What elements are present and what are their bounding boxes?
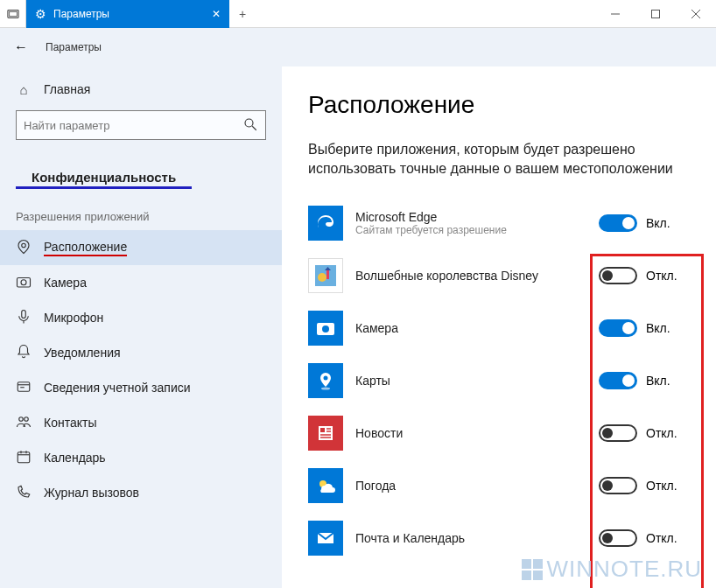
toggle-switch[interactable] <box>599 529 637 547</box>
account-icon <box>16 379 32 397</box>
app-name: Карты <box>355 374 586 388</box>
toggle-state-label: Откл. <box>646 531 677 545</box>
page-subtitle: Выберите приложения, которым будет разре… <box>308 140 684 179</box>
sidebar-item-label: Расположение <box>44 240 266 256</box>
back-button[interactable]: ← <box>14 39 28 55</box>
sidebar-item-label: Календарь <box>44 451 266 465</box>
toggle-switch[interactable] <box>599 214 637 232</box>
sidebar: ⌂ Главная Конфиденциальность Разрешения … <box>0 66 282 588</box>
mic-icon <box>16 309 32 327</box>
search-box[interactable] <box>16 110 266 140</box>
svg-point-16 <box>25 416 29 421</box>
toggle-state-label: Откл. <box>646 426 677 440</box>
svg-point-15 <box>19 416 24 421</box>
sidebar-item-label: Камера <box>44 276 266 290</box>
main-panel: Расположение Выберите приложения, которы… <box>282 66 716 588</box>
sidebar-item-label: Сведения учетной записи <box>44 381 266 395</box>
sidebar-item-calllog[interactable]: Журнал вызовов <box>0 475 282 510</box>
svg-rect-30 <box>320 428 325 432</box>
task-view-button[interactable] <box>0 0 26 27</box>
calllog-icon <box>16 484 32 502</box>
app-row: Новости Откл. <box>308 407 690 459</box>
svg-rect-17 <box>18 452 30 462</box>
minimize-button[interactable] <box>595 0 635 27</box>
app-name: Новости <box>355 426 586 440</box>
svg-point-22 <box>318 273 326 282</box>
app-row: Карты Вкл. <box>308 354 690 407</box>
sidebar-item-account[interactable]: Сведения учетной записи <box>0 370 282 405</box>
header: ← Параметры <box>0 28 716 66</box>
maps-icon <box>308 363 343 398</box>
app-name: Камера <box>355 321 586 335</box>
camera-app-icon <box>308 311 343 346</box>
section-title-privacy: Конфиденциальность <box>16 159 192 189</box>
titlebar: ⚙ Параметры ✕ + <box>0 0 716 28</box>
contacts-icon <box>16 414 32 432</box>
toggle-state-label: Откл. <box>646 479 677 493</box>
svg-rect-1 <box>9 11 17 16</box>
svg-rect-12 <box>18 382 30 391</box>
news-icon <box>308 416 343 451</box>
sidebar-item-label: Уведомления <box>44 346 266 360</box>
sidebar-item-camera[interactable]: Камера <box>0 265 282 300</box>
svg-rect-9 <box>18 277 31 287</box>
app-list: Microsoft Edge Сайтам требуется разрешен… <box>308 197 690 564</box>
toggle-switch[interactable] <box>599 424 637 442</box>
sidebar-item-bell[interactable]: Уведомления <box>0 335 282 370</box>
toggle-state-label: Вкл. <box>646 321 670 335</box>
location-icon <box>16 239 32 257</box>
disney-icon <box>308 258 343 293</box>
tab-settings[interactable]: ⚙ Параметры ✕ <box>26 0 229 28</box>
app-row: Погода Откл. <box>308 459 690 512</box>
svg-point-27 <box>324 375 328 380</box>
app-row: Волшебные королевства Disney Откл. <box>308 249 690 302</box>
app-name: Волшебные королевства Disney <box>355 269 586 283</box>
app-name: Почта и Календарь <box>355 531 586 545</box>
app-row: Камера Вкл. <box>308 302 690 354</box>
breadcrumb: Параметры <box>46 41 102 53</box>
sidebar-item-location[interactable]: Расположение <box>0 230 282 265</box>
svg-point-6 <box>245 119 253 127</box>
toggle-state-label: Вкл. <box>646 374 670 388</box>
sidebar-item-home[interactable]: ⌂ Главная <box>0 72 282 107</box>
svg-rect-11 <box>22 310 26 318</box>
toggle-switch[interactable] <box>599 372 637 389</box>
edge-icon <box>308 206 343 241</box>
sidebar-item-contacts[interactable]: Контакты <box>0 405 282 440</box>
weather-icon <box>308 468 343 503</box>
sidebar-item-label: Журнал вызовов <box>44 486 266 500</box>
sidebar-item-label: Главная <box>44 82 266 96</box>
svg-point-28 <box>321 387 330 389</box>
sidebar-item-mic[interactable]: Микрофон <box>0 300 282 335</box>
close-button[interactable] <box>676 0 716 27</box>
app-row: Почта и Календарь Откл. <box>308 512 690 564</box>
app-row: Microsoft Edge Сайтам требуется разрешен… <box>308 197 690 249</box>
camera-icon <box>16 274 32 292</box>
new-tab-button[interactable]: + <box>229 0 256 27</box>
app-subtitle: Сайтам требуется разрешение <box>355 224 586 236</box>
page-title: Расположение <box>308 91 690 119</box>
tab-close-button[interactable]: ✕ <box>212 8 221 20</box>
app-name: Погода <box>355 479 586 493</box>
svg-rect-3 <box>652 10 660 18</box>
toggle-state-label: Вкл. <box>646 216 670 230</box>
toggle-state-label: Откл. <box>646 269 677 283</box>
sidebar-item-label: Микрофон <box>44 311 266 325</box>
gear-icon: ⚙ <box>35 7 46 21</box>
toggle-switch[interactable] <box>599 477 637 494</box>
group-title-app-permissions: Разрешения приложений <box>0 189 282 230</box>
tab-label: Параметры <box>53 8 205 20</box>
search-icon <box>242 116 258 135</box>
bell-icon <box>16 344 32 362</box>
svg-line-7 <box>252 126 256 130</box>
sidebar-item-calendar[interactable]: Календарь <box>0 440 282 475</box>
toggle-switch[interactable] <box>599 267 637 284</box>
svg-point-10 <box>21 279 26 284</box>
search-input[interactable] <box>24 119 242 132</box>
svg-point-26 <box>322 326 329 332</box>
toggle-switch[interactable] <box>599 319 637 337</box>
home-icon: ⌂ <box>16 82 32 97</box>
calendar-icon <box>16 449 32 467</box>
mail-icon <box>308 521 343 556</box>
maximize-button[interactable] <box>635 0 676 27</box>
